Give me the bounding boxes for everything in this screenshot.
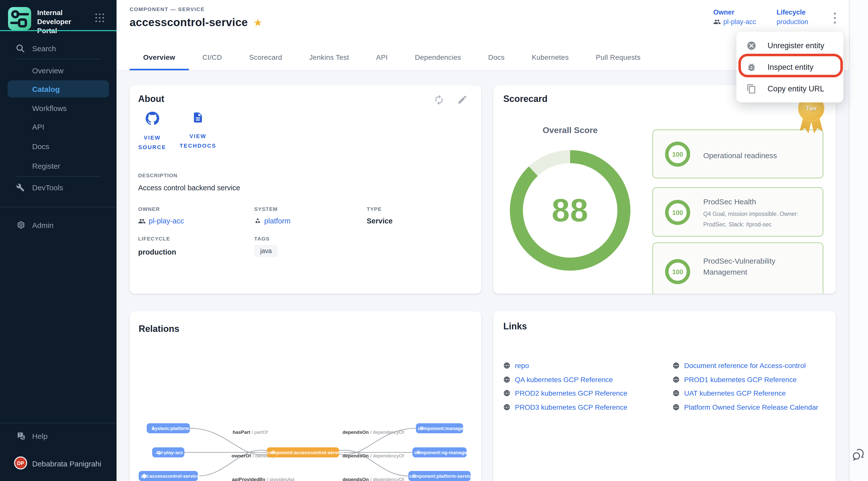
sidebar-divider	[0, 207, 117, 207]
tab-scorecard[interactable]: Scorecard	[236, 44, 296, 70]
sidebar-item-register[interactable]: Register	[0, 157, 117, 174]
bug-icon	[746, 62, 756, 72]
node-pl-play-acc[interactable]: pl-play-acc	[152, 447, 184, 457]
sidebar-divider	[15, 59, 101, 59]
svg-text:api:accesscontrol-service: api:accesscontrol-service	[141, 474, 199, 479]
score-item-operational-readiness[interactable]: 100 Operational readiness	[652, 130, 823, 178]
tab-overview[interactable]: Overview	[130, 44, 189, 70]
apps-grid-icon[interactable]	[95, 13, 104, 23]
svg-text:system:platform: system:platform	[152, 426, 189, 431]
relations-graph[interactable]: hasPart/ partOf ownerOf/ ownedBy apiProv…	[130, 311, 481, 481]
cancel-circle-icon	[746, 40, 756, 51]
tab-kubernetes[interactable]: Kubernetes	[518, 44, 582, 70]
view-source-button[interactable]: VIEW SOURCE	[130, 111, 175, 152]
scorecard-card: Scorecard Overall Score 88 100 Operation…	[493, 85, 836, 294]
sidebar-item-admin[interactable]: Admin	[0, 216, 117, 233]
sidebar-header: Internal Developer Portal	[0, 0, 117, 30]
system-field-value[interactable]: platform	[254, 217, 290, 225]
link-repo[interactable]: repo	[503, 361, 529, 370]
lifecycle-value: production	[777, 18, 808, 26]
view-techdocs-button[interactable]: VIEW TECHDOCS	[175, 111, 220, 151]
about-card: About VIEW SOURCE VIEW TECHDOCS DESCRIPT…	[130, 85, 481, 294]
menu-item-unregister-entity[interactable]: Unregister entity	[736, 35, 843, 56]
entity-kind-breadcrumb: COMPONENT — SERVICE	[130, 6, 205, 12]
chat-widget-icon[interactable]	[851, 447, 866, 462]
node-component-ng-manager[interactable]: component:ng-manager	[412, 447, 469, 457]
node-api-accesscontrol-service[interactable]: api:accesscontrol-service	[138, 471, 200, 481]
sidebar-divider	[0, 423, 117, 423]
page-title: accesscontrol-service	[130, 16, 248, 29]
tag-chip[interactable]: java	[254, 245, 278, 257]
node-system-platform[interactable]: system:platform	[147, 423, 190, 433]
link-release-calendar[interactable]: Platform Owned Service Release Calendar	[673, 403, 818, 411]
overall-score-value: 88	[552, 192, 588, 229]
score-ring: 100	[665, 259, 690, 284]
globe-icon	[503, 376, 510, 383]
overall-score-donut: 88	[510, 150, 630, 270]
sidebar-item-docs[interactable]: Docs	[0, 137, 117, 155]
refresh-icon[interactable]	[434, 94, 445, 106]
globe-icon	[503, 404, 510, 411]
github-icon	[146, 111, 159, 125]
menu-item-inspect-entity[interactable]: Inspect entity	[736, 56, 843, 78]
globe-icon	[673, 390, 680, 397]
scrollbar-gutter[interactable]	[849, 0, 868, 481]
people-icon	[138, 217, 146, 225]
link-uat-kubernetes[interactable]: UAT kubernetes GCP Reference	[673, 389, 786, 397]
svg-text:pl-play-acc: pl-play-acc	[158, 450, 183, 455]
people-icon	[713, 18, 721, 26]
sidebar-item-devtools[interactable]: DevTools	[0, 179, 117, 196]
tab-jenkins-test[interactable]: Jenkins Test	[296, 44, 363, 70]
gear-icon	[16, 220, 25, 229]
links-title: Links	[503, 321, 527, 332]
owner-field-label: OWNER	[138, 206, 160, 212]
lifecycle-block: Lifecycle production	[777, 8, 808, 26]
user-avatar[interactable]: DP	[14, 456, 27, 470]
svg-text:component:accesscontrol-servic: component:accesscontrol-service	[267, 450, 344, 455]
sidebar-accent-divider	[0, 30, 117, 31]
edge-label-dependson-3: dependsOn/ dependencyOf	[343, 477, 404, 481]
type-field-label: TYPE	[367, 206, 382, 212]
tab-docs[interactable]: Docs	[475, 44, 518, 70]
link-prod3-kubernetes[interactable]: PROD3 kubernetes GCP Reference	[503, 403, 627, 411]
tab-dependencies[interactable]: Dependencies	[401, 44, 475, 70]
scorecard-title: Scorecard	[503, 94, 548, 104]
sidebar-item-catalog[interactable]: Catalog	[7, 80, 109, 97]
node-component-accesscontrol-service[interactable]: component:accesscontrol-service	[267, 447, 344, 457]
tab-cicd[interactable]: CI/CD	[189, 44, 236, 70]
owner-link[interactable]: pl-play-acc	[713, 18, 756, 26]
relations-card: Relations hasPart/ partOf ownerOf/ owned…	[130, 311, 481, 481]
node-component-manager[interactable]: component:manager	[416, 423, 465, 433]
entity-tabs: Overview CI/CD Scorecard Jenkins Test AP…	[130, 44, 654, 70]
edge-label-dependson-2: dependsOn/ dependencyOf	[343, 453, 404, 458]
link-prod2-kubernetes[interactable]: PROD2 kubernetes GCP Reference	[503, 389, 627, 397]
score-item-prodsec-vulnerability[interactable]: 100 ProdSec-Vulnerability Management	[652, 243, 823, 294]
more-options-kebab-icon[interactable]	[830, 12, 840, 24]
sidebar-item-workflows[interactable]: Workflows	[0, 99, 117, 117]
sidebar-item-api[interactable]: API	[0, 118, 117, 135]
app-logo-icon	[8, 7, 31, 30]
description-label: DESCRIPTION	[138, 172, 178, 178]
sidebar-divider	[15, 176, 101, 177]
description-value: Access control backend service	[138, 184, 240, 192]
edge-label-apiprovidedby: apiProvidedBy/ providesApi	[232, 477, 294, 481]
sidebar-item-search[interactable]: Search	[0, 40, 117, 57]
copy-icon	[746, 84, 756, 94]
wrench-icon	[16, 183, 25, 192]
score-item-prodsec-health[interactable]: 100 ProdSec Health Q4 Goal, mission impo…	[652, 187, 823, 236]
link-qa-kubernetes[interactable]: QA kubernetes GCP Reference	[503, 376, 613, 384]
menu-item-copy-entity-url[interactable]: Copy entity URL	[736, 78, 843, 99]
entity-context-menu: Unregister entity Inspect entity Copy en…	[736, 32, 843, 102]
owner-label: Owner	[713, 8, 756, 16]
tab-pull-requests[interactable]: Pull Requests	[582, 44, 654, 70]
sidebar-item-overview[interactable]: Overview	[0, 62, 117, 79]
node-component-platform-service[interactable]: component:platform-service	[408, 471, 474, 481]
owner-field-value[interactable]: pl-play-acc	[138, 217, 184, 225]
sidebar-item-help[interactable]: ? Help	[0, 427, 117, 444]
favorite-star-icon[interactable]: ★	[253, 18, 262, 28]
edit-pencil-icon[interactable]	[457, 94, 469, 106]
link-document-reference[interactable]: Document reference for Access-control	[673, 361, 806, 370]
tab-api[interactable]: API	[363, 44, 401, 70]
link-prod1-kubernetes[interactable]: PROD1 kubernetes GCP Reference	[673, 376, 797, 384]
user-name: Debabrata Panigrahi	[32, 459, 101, 468]
